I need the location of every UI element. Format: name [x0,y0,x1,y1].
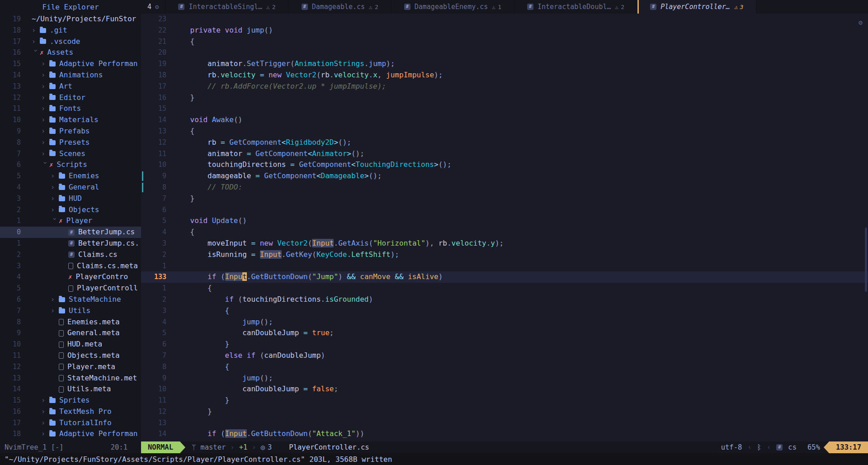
tree-item-general[interactable]: 4›General [0,182,141,193]
code-line[interactable]: 11 } [141,395,868,406]
tree-item-betterjump-cs[interactable]: 0 #BetterJump.cs [0,227,141,238]
chevron-right-icon[interactable]: › [51,182,59,193]
code-line[interactable]: 8 // TODO: [141,182,868,193]
chevron-right-icon[interactable]: › [41,137,49,148]
chevron-right-icon[interactable]: › [41,58,49,70]
code-line[interactable]: 6 } [141,339,868,350]
chevron-right-icon[interactable]: › [51,171,59,182]
tree-item-playercontroll[interactable]: 5 PlayerControll [0,283,141,294]
tree-item-vscode[interactable]: 17›.vscode [0,36,141,47]
chevron-right-icon[interactable]: › [32,25,40,36]
tree-item-utils[interactable]: 7›Utils [0,305,141,317]
tree-item-tutorialinfo[interactable]: 17›TutorialInfo [0,418,141,429]
tree-item-assets[interactable]: 16›✗Assets [0,47,141,58]
tab-damageableenemy-cs[interactable]: #DamageableEnemy.cs⚠1 [392,0,514,14]
chevron-right-icon[interactable]: › [41,148,49,160]
tree-item-art[interactable]: 13›Art [0,81,141,92]
code-line[interactable]: 3 { [141,305,868,317]
chevron-right-icon[interactable]: › [41,126,49,137]
chevron-right-icon[interactable]: › [41,103,49,114]
chevron-right-icon[interactable]: › [51,294,59,305]
editor-pane[interactable]: 2322 private void jump()21 {2019 animato… [141,14,868,441]
code-line[interactable]: 6 [141,204,868,216]
code-line[interactable]: 2 if (touchingDirections.isGrounded) [141,294,868,305]
code-line[interactable]: 12 } [141,406,868,418]
code-line[interactable]: 14 if (Input.GetButtonDown("Attack_1")) [141,428,868,440]
tree-item-git[interactable]: 18›.git [0,25,141,36]
settings-gear-icon[interactable]: ⚙ [859,17,863,28]
code-line[interactable]: 9 damageable = GetComponent<Damageable>(… [141,171,868,182]
chevron-right-icon[interactable]: › [51,305,59,317]
code-line[interactable]: 21 { [141,36,868,47]
tree-item-scenes[interactable]: 7›Scenes [0,148,141,160]
code-line[interactable]: 15 [141,103,868,114]
chevron-right-icon[interactable]: › [51,204,59,216]
tree-item-objects[interactable]: 2›Objects [0,204,141,216]
chevron-right-icon[interactable]: › [41,395,49,406]
chevron-right-icon[interactable]: › [41,92,49,104]
code-line[interactable]: 14 void Awake() [141,114,868,126]
tree-item-playercontro[interactable]: 4 ✗PlayerContro [0,271,141,283]
code-line[interactable]: 3 moveInput = new Vector2(Input.GetAxis(… [141,238,868,249]
code-line[interactable]: 7 } [141,193,868,204]
chevron-right-icon[interactable]: › [41,406,49,418]
tree-item-utils-meta[interactable]: 14 Utils.meta [0,384,141,395]
code-line[interactable]: 7 else if (canDoubleJump) [141,350,868,361]
tree-item-claims-cs-meta[interactable]: 3 Claims.cs.meta [0,261,141,272]
code-line[interactable]: 18 rb.velocity = new Vector2(rb.velocity… [141,70,868,81]
tree-item-player-meta[interactable]: 12 Player.meta [0,361,141,373]
tree-item-fonts[interactable]: 11›Fonts [0,103,141,114]
tree-item-adaptive-performan[interactable]: 15›Adaptive Performan [0,58,141,70]
tree-item-sprites[interactable]: 15›Sprites [0,395,141,406]
tree-item-player[interactable]: 1›✗Player [0,215,141,227]
tab-interactabledoubl[interactable]: #InteractableDoubl…⚠2 [514,0,637,14]
chevron-right-icon[interactable]: › [41,114,49,126]
code-line[interactable]: 5 canDoubleJump = true; [141,327,868,339]
code-line[interactable]: 13 { [141,126,868,137]
tree-item-materials[interactable]: 10›Materials [0,114,141,126]
tree-item-adaptive-performan[interactable]: 18›Adaptive Performan [0,428,141,440]
code-line[interactable]: 5 void Update() [141,215,868,227]
chevron-down-icon[interactable]: › [40,161,51,169]
chevron-right-icon[interactable]: › [41,418,49,429]
tree-item-animations[interactable]: 14›Animations [0,70,141,81]
code-line[interactable]: 12 rb = GetComponent<Rigidbody2D>(); [141,137,868,148]
code-line[interactable]: 23 [141,14,868,25]
code-line[interactable]: 1 [141,261,868,272]
code-line[interactable]: 19 animator.SetTrigger(AnimationStrings.… [141,58,868,70]
tree-item-textmesh-pro[interactable]: 16›TextMesh Pro [0,406,141,418]
gear-icon[interactable]: ⚙ [155,3,159,10]
tree-item-statemachine-met[interactable]: 13 StateMachine.met [0,373,141,384]
chevron-right-icon[interactable]: › [32,36,40,47]
tab-damageable-cs[interactable]: #Damageable.cs⚠2 [289,0,392,14]
code-line[interactable]: 22 private void jump() [141,25,868,36]
code-line[interactable]: 9 jump(); [141,373,868,384]
code-line[interactable]: 4 { [141,227,868,238]
tree-item-objects-meta[interactable]: 11 Objects.meta [0,350,141,361]
code-line[interactable]: 17 // rb.AddForce(Vector2.up * jumpImpul… [141,81,868,92]
tree-item-presets[interactable]: 8›Presets [0,137,141,148]
tree-item-general-meta[interactable]: 9 General.meta [0,327,141,339]
code-line[interactable]: 10 canDoubleJump = false; [141,384,868,395]
tree-item-statemachine[interactable]: 6›StateMachine [0,294,141,305]
code-line[interactable]: 16 } [141,92,868,104]
code-line[interactable]: 2 isRunning = Input.GetKey(KeyCode.LeftS… [141,249,868,261]
tab-interactablesingl[interactable]: #InteractableSingl…⚠2 [165,0,288,14]
tree-item-enemies-meta[interactable]: 8 Enemies.meta [0,317,141,328]
tree-item-scripts[interactable]: 6›✗Scripts [0,159,141,171]
tree-item-claims-cs[interactable]: 2 #Claims.cs [0,249,141,261]
chevron-right-icon[interactable]: › [41,70,49,81]
tree-item-editor[interactable]: 12›Editor [0,92,141,104]
tree-item-betterjump-cs[interactable]: 1 #BetterJump.cs. [0,238,141,249]
code-line[interactable]: 20 [141,47,868,58]
code-line[interactable]: 133 if (Input.GetButtonDown("Jump") && c… [141,271,868,283]
tree-item-unity-projects-funstor[interactable]: 19~/Unity/Projects/FunStor [0,14,141,25]
chevron-down-icon[interactable]: › [49,217,61,225]
code-line[interactable]: 13 [141,418,868,429]
code-line[interactable]: 4 jump(); [141,317,868,328]
tree-item-hud[interactable]: 3›HUD [0,193,141,204]
code-line[interactable]: 11 animator = GetComponent<Animator>(); [141,148,868,160]
chevron-right-icon[interactable]: › [41,428,49,440]
code-line[interactable]: 8 { [141,361,868,373]
tree-item-enemies[interactable]: 5›Enemies [0,171,141,182]
